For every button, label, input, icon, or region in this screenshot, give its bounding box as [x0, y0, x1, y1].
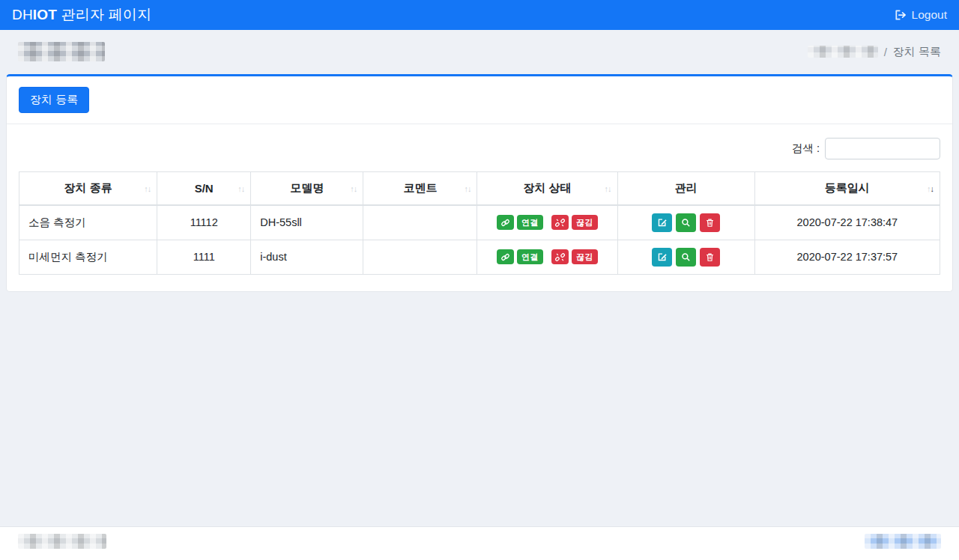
connected-status-badge: 연결: [517, 215, 543, 230]
footer: [0, 526, 959, 560]
footer-copyright-redacted: [18, 534, 106, 549]
sort-icons: ↑↓: [351, 184, 357, 192]
app-title-regular: DH: [12, 7, 33, 22]
device-type-cell: 미세먼지 측정기: [19, 240, 157, 274]
column-header-3[interactable]: 코멘트↑↓: [363, 172, 477, 206]
column-header-2[interactable]: 모델명↑↓: [251, 172, 363, 206]
serial-number-cell: 11112: [157, 205, 251, 240]
device-status-cell: 연결 끊김: [477, 240, 617, 274]
sign-out-icon: [895, 10, 907, 20]
column-header-4[interactable]: 장치 상태↑↓: [477, 172, 617, 206]
breadcrumb: / 장치 목록: [808, 45, 941, 59]
topbar: DHIOT 관리자 페이지 Logout: [0, 0, 959, 30]
sort-icons: ↑↓: [238, 184, 245, 192]
logout-label: Logout: [912, 8, 947, 22]
search-label: 검색 :: [792, 141, 820, 156]
column-header-1[interactable]: S/N↑↓: [157, 172, 251, 206]
delete-button[interactable]: [700, 213, 720, 232]
table-body: 소음 측정기 11112 DH-55sll 연결: [19, 205, 940, 274]
link-icon-badge[interactable]: [497, 215, 514, 230]
column-label: 관리: [675, 181, 698, 194]
table-header-row: 장치 종류↑↓S/N↑↓모델명↑↓코멘트↑↓장치 상태↑↓관리등록일시↑↓: [19, 172, 940, 206]
registered-at-cell: 2020-07-22 17:37:57: [754, 240, 940, 274]
delete-button[interactable]: [700, 248, 720, 267]
disconnected-status-badge: 끊김: [572, 215, 598, 230]
serial-number-cell: 1111: [157, 240, 251, 274]
card-header: 장치 등록: [7, 76, 952, 124]
edit-button[interactable]: [652, 213, 672, 232]
manage-cell: [617, 205, 754, 240]
unlink-icon-badge[interactable]: [551, 249, 569, 264]
column-header-5: 관리: [617, 172, 754, 206]
register-device-button[interactable]: 장치 등록: [19, 87, 89, 113]
unlink-icon-badge[interactable]: [551, 215, 569, 230]
devices-table: 장치 종류↑↓S/N↑↓모델명↑↓코멘트↑↓장치 상태↑↓관리등록일시↑↓ 소음…: [19, 171, 940, 275]
app-title[interactable]: DHIOT 관리자 페이지: [12, 5, 151, 25]
logout-button[interactable]: Logout: [895, 8, 947, 22]
breadcrumb-parent-redacted[interactable]: [808, 46, 878, 58]
sort-icons: ↑↓: [465, 184, 471, 192]
column-header-6[interactable]: 등록일시↑↓: [754, 172, 940, 206]
device-row: 소음 측정기 11112 DH-55sll 연결: [19, 205, 940, 240]
breadcrumb-current: 장치 목록: [893, 45, 941, 59]
disconnected-status-badge: 끊김: [572, 249, 598, 264]
search-row: 검색 :: [19, 138, 940, 159]
page-title-redacted: [18, 42, 105, 61]
device-list-card: 장치 등록 검색 : 장치 종류↑↓S/N↑↓모델명↑↓코멘트↑↓장치 상태↑↓…: [6, 74, 953, 292]
connected-status-badge: 연결: [517, 249, 543, 264]
model-name-cell: DH-55sll: [251, 205, 363, 240]
column-label: 장치 종류: [64, 181, 112, 194]
table-header: 장치 종류↑↓S/N↑↓모델명↑↓코멘트↑↓장치 상태↑↓관리등록일시↑↓: [19, 172, 940, 206]
sort-icons: ↑↓: [605, 184, 612, 192]
column-label: 등록일시: [825, 181, 870, 194]
column-label: 장치 상태: [523, 181, 571, 194]
edit-button[interactable]: [652, 248, 672, 267]
device-row: 미세먼지 측정기 1111 i-dust 연결: [19, 240, 940, 274]
column-label: 코멘트: [403, 181, 437, 194]
card-body: 검색 : 장치 종류↑↓S/N↑↓모델명↑↓코멘트↑↓장치 상태↑↓관리등록일시…: [7, 124, 952, 291]
manage-cell: [617, 240, 754, 274]
registered-at-cell: 2020-07-22 17:38:47: [754, 205, 940, 240]
detail-search-button[interactable]: [676, 213, 696, 232]
comment-cell: [363, 240, 477, 274]
detail-search-button[interactable]: [676, 248, 696, 267]
column-label: 모델명: [290, 181, 324, 194]
comment-cell: [363, 205, 477, 240]
model-name-cell: i-dust: [251, 240, 363, 274]
search-input[interactable]: [825, 138, 940, 159]
breadcrumb-separator: /: [884, 46, 887, 58]
page-heading: / 장치 목록: [0, 30, 959, 74]
device-type-cell: 소음 측정기: [19, 205, 157, 240]
sort-icons: ↑↓: [145, 184, 151, 192]
link-icon-badge[interactable]: [497, 249, 514, 264]
app-title-bold: IOT: [33, 7, 57, 22]
content-spacer: [0, 292, 959, 527]
sort-icons: ↑↓: [928, 184, 934, 192]
column-label: S/N: [195, 182, 214, 195]
app-title-rest: 관리자 페이지: [57, 7, 151, 22]
device-status-cell: 연결 끊김: [477, 205, 617, 240]
footer-link-redacted[interactable]: [865, 534, 941, 549]
column-header-0[interactable]: 장치 종류↑↓: [19, 172, 157, 206]
